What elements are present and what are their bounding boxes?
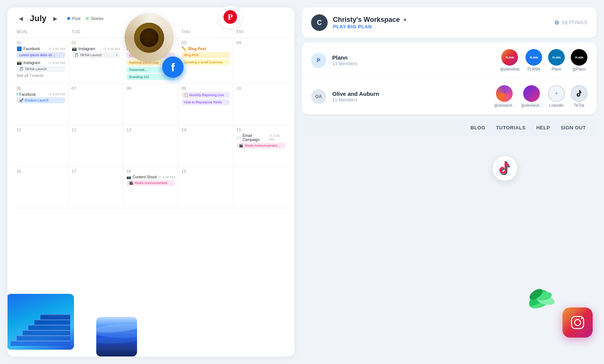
blog-icon: ✏️: [182, 46, 187, 51]
instagram-logo-icon: [569, 314, 586, 331]
cal-week-4: 16 17 18 📷 Content Shoot ⏱ 4:00 PM 🎬 Ree…: [14, 167, 288, 208]
svg-point-10: [581, 318, 582, 319]
olive-tt-label: TikTok: [574, 103, 585, 108]
plann-instagram-account[interactable]: PLANN @plannthat: [500, 49, 519, 71]
cal-cell-16: 16: [14, 167, 69, 208]
workspace-info: Christy's Workspace ▼ PLAY BIG PLAN: [333, 16, 407, 29]
day-header-fri: Fri: [233, 28, 288, 35]
dropdown-arrow[interactable]: ▼: [403, 17, 407, 23]
olive-members: 11 Members: [332, 97, 488, 103]
plann-linkedin-account[interactable]: PLANN Plann: [548, 49, 565, 71]
workspace-left: C Christy's Workspace ▼ PLAY BIG PLAN: [311, 14, 407, 31]
plann-ig-avatar: PLANN: [501, 49, 518, 66]
cal-cell-07: 07: [69, 84, 124, 125]
coffee-float: [125, 13, 174, 62]
menu-signout[interactable]: SIGN OUT: [561, 125, 586, 131]
plann-li-avatar: PLANN: [548, 49, 565, 66]
see-all-events[interactable]: See all 7 events: [17, 74, 65, 78]
svg-point-9: [575, 319, 581, 326]
menu-tutorials[interactable]: TUTORIALS: [496, 125, 526, 131]
stories-dot: [86, 17, 89, 20]
cal-cell-13: 13: [123, 125, 179, 166]
workspaces-container: P Plann 13 Members PLANN @plannthat: [302, 42, 596, 114]
workspace-row-olive: OA Olive and Auburn 11 Members @oliveand…: [302, 78, 596, 114]
olive-ig-avatar: [496, 85, 513, 102]
cal-cell-10: 10: [233, 84, 288, 125]
svg-text:P: P: [228, 12, 233, 22]
facebook-float-icon: f: [162, 57, 183, 78]
menu-bar: BLOG TUTORIALS HELP SIGN OUT: [302, 119, 596, 137]
cal-cell-09: 09 📋 Monthly Reporting Due How to Repurp…: [179, 84, 234, 125]
cal-cell-11: 11: [14, 125, 69, 166]
legend-stories: Stories: [86, 16, 103, 21]
plann-avatar: P: [311, 53, 326, 68]
plann-name: Plann: [332, 54, 494, 61]
calendar-legend: Post Stories: [67, 16, 103, 21]
right-panel: C Christy's Workspace ▼ PLAY BIG PLAN SE…: [298, 0, 604, 364]
gear-icon: [554, 20, 559, 25]
workspace-header: C Christy's Workspace ▼ PLAY BIG PLAN SE…: [302, 8, 596, 38]
olive-li-add[interactable]: +: [548, 85, 565, 102]
cal-week-2: 06 f Facebook ⏱ 4:00 PM 🚀 Product Launch…: [14, 84, 288, 125]
event-monthly-reporting[interactable]: 📋 Monthly Reporting Due: [182, 92, 230, 98]
plant-decoration: [525, 281, 562, 319]
menu-help[interactable]: HELP: [536, 125, 550, 131]
settings-button[interactable]: SETTINGS: [554, 20, 587, 25]
olive-linkedin-account[interactable]: + LinkedIn: [548, 85, 565, 108]
workspace-plan: PLAY BIG PLAN: [333, 24, 407, 29]
plann-accounts: PLANN @plannthat PLANN PLANN P: [500, 49, 587, 71]
plann-fb-handle: PLANN: [527, 67, 540, 71]
cal-cell-03: 03 ✏️ Blog Post Blog Post Growing a smal…: [179, 38, 234, 83]
olive-avatar: OA: [311, 89, 326, 104]
pinterest-float: P: [219, 6, 242, 28]
tiktok-small-icon: [575, 89, 583, 98]
olive-name: Olive and Auburn: [332, 91, 488, 97]
event-growing[interactable]: Growing a small business: [182, 59, 230, 65]
cal-cell-31: 31 🟦 Facebook ⏱ 4:00 PM Lorem ipsum dolo…: [14, 38, 69, 83]
event-blog-post[interactable]: Blog Post: [182, 52, 230, 58]
plann-tt-avatar: PLANN: [571, 49, 587, 66]
cal-week-3: 11 12 13 14 15 ✉️ Email Campaign: [14, 125, 288, 167]
event-pill-tiktok-tue[interactable]: 🎵 TikTok Launch •: [72, 52, 120, 58]
plann-tt-handle: @Plann: [572, 67, 586, 71]
month-title: July: [30, 14, 46, 23]
olive-facebook-account[interactable]: @oliveand...: [521, 85, 542, 108]
plann-li-handle: Plann: [552, 67, 561, 71]
olive-instagram-account[interactable]: @oliveand...: [494, 85, 515, 108]
content-shoot-icon: 📷: [126, 175, 131, 179]
plann-ig-handle: @plannthat: [500, 67, 519, 71]
olive-tiktok-account[interactable]: TikTok: [571, 85, 587, 108]
event-product-launch[interactable]: 🚀 Product Launch: [17, 97, 65, 103]
stairs-image: [8, 294, 74, 350]
cal-cell-06: 06 f Facebook ⏱ 4:00 PM 🚀 Product Launch: [14, 84, 69, 125]
event-reels-announcement[interactable]: 🎬 Reels Announcement...: [236, 143, 285, 149]
next-month-button[interactable]: ▶: [51, 14, 60, 23]
olive-li-label: LinkedIn: [549, 103, 564, 108]
plann-info: Plann 13 Members: [332, 54, 494, 66]
cal-cell-01: 01 📸 Instagram ⏱ 8:00 PM 🎵 TikTok Launch…: [69, 38, 124, 83]
plann-facebook-account[interactable]: PLANN PLANN: [525, 49, 542, 71]
instagram-icon-tue: 📸: [72, 46, 77, 51]
event-repurpose-reels[interactable]: How to Repurpose Reels: [182, 99, 230, 105]
event-pill-tiktok1[interactable]: 🎵 TikTok Launch: [17, 66, 65, 72]
tiktok-floating-badge: [493, 156, 517, 181]
event-reels-ann-2[interactable]: 🎬 Reels Announcement: [126, 180, 175, 186]
event-pill-lorem[interactable]: Lorem ipsum dolor sit ...: [17, 52, 65, 58]
cal-cell-17: 17: [69, 167, 124, 208]
olive-fb-handle: @oliveand...: [521, 103, 542, 108]
menu-blog[interactable]: BLOG: [470, 125, 485, 131]
facebook-icon: 🟦: [17, 46, 22, 51]
ocean-image: [96, 317, 137, 356]
day-header-thu: Thu: [179, 28, 234, 35]
email-icon: ✉️: [236, 136, 241, 140]
plann-tiktok-account[interactable]: PLANN @Plann: [571, 49, 587, 71]
workspace-row-plann: P Plann 13 Members PLANN @plannthat: [302, 42, 596, 78]
day-header-mon: Mon: [14, 28, 69, 35]
olive-tt-avatar: [571, 85, 587, 102]
facebook-icon-06: f: [17, 92, 18, 97]
plann-members: 13 Members: [332, 61, 494, 66]
cal-cell-12: 12: [69, 125, 124, 166]
plant-instagram-group: [525, 277, 593, 338]
cal-cell-04: 04: [233, 38, 288, 83]
prev-month-button[interactable]: ◀: [17, 14, 25, 23]
